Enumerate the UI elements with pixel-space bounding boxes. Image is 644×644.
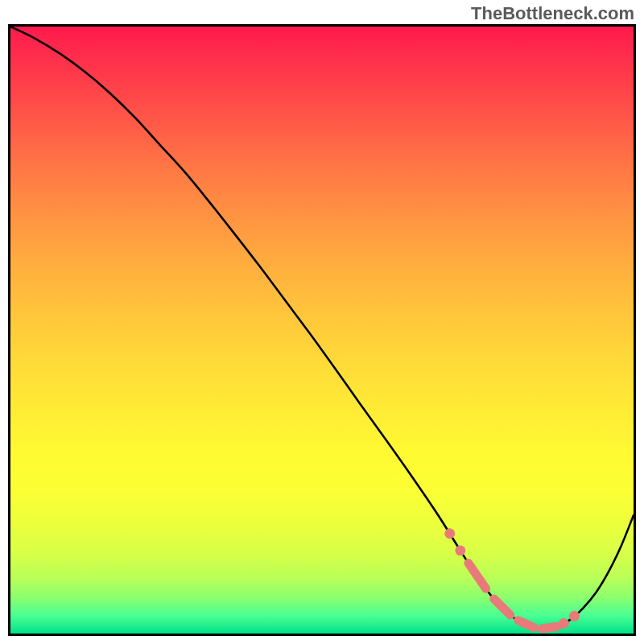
- plot-area: [8, 24, 636, 636]
- chart-container: TheBottleneck.com: [0, 0, 644, 644]
- gradient-background: [10, 27, 634, 634]
- watermark-text: TheBottleneck.com: [471, 3, 634, 24]
